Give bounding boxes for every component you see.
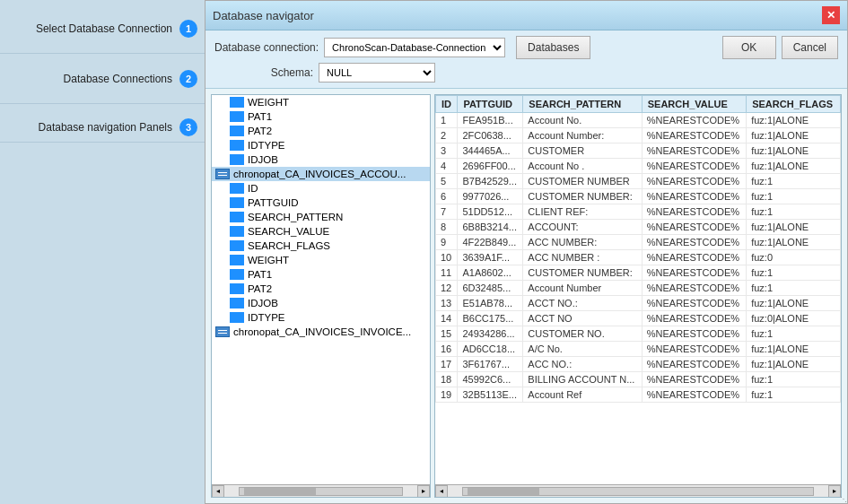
table-row[interactable]: 5B7B42529...CUSTOMER NUMBER%NEARESTCODE%…	[436, 174, 841, 189]
table-row[interactable]: 3344465A...CUSTOMER%NEARESTCODE%fuz:1|AL…	[436, 143, 841, 159]
annotation-panel: Select Database Connection 1 Database Co…	[0, 0, 205, 504]
tree-item[interactable]: SEARCH_VALUE	[212, 224, 430, 239]
table-row[interactable]: 126D32485...Account Number%NEARESTCODE%f…	[436, 281, 841, 296]
tree-item[interactable]: PAT1	[212, 109, 430, 124]
tree-item[interactable]: IDJOB	[212, 296, 430, 310]
table-row[interactable]: 14B6CC175...ACCT NO%NEARESTCODE%fuz:0|AL…	[436, 311, 841, 326]
table-cell: 12	[436, 281, 458, 296]
table-cell: fuz:1	[747, 204, 841, 220]
table-cell: 18	[436, 372, 458, 387]
data-table-scroll[interactable]: IDPATTGUIDSEARCH_PATTERNSEARCH_VALUESEAR…	[435, 95, 841, 484]
table-cell: 9977026...	[458, 189, 523, 204]
data-scroll-left[interactable]: ◂	[435, 485, 448, 498]
table-cell: 15	[436, 326, 458, 342]
table-cell: 51DD512...	[458, 204, 523, 220]
table-cell: %NEARESTCODE%	[642, 235, 746, 250]
table-cell: 4F22B849...	[458, 235, 523, 250]
table-row[interactable]: 173F61767...ACC NO.:%NEARESTCODE%fuz:1|A…	[436, 357, 841, 372]
table-cell: %NEARESTCODE%	[642, 342, 746, 357]
tree-item[interactable]: SEARCH_FLAGS	[212, 239, 430, 253]
schema-select[interactable]: NULL	[319, 63, 435, 83]
tree-item[interactable]: PATTGUID	[212, 196, 430, 210]
table-row[interactable]: 94F22B849...ACC NUMBER:%NEARESTCODE%fuz:…	[436, 235, 841, 250]
table-cell: %NEARESTCODE%	[642, 220, 746, 235]
databases-button[interactable]: Databases	[516, 36, 590, 59]
tree-item[interactable]: PAT1	[212, 267, 430, 282]
table-cell: 6	[436, 189, 458, 204]
table-cell: FEA951B...	[458, 113, 523, 128]
table-row[interactable]: 1524934286...CUSTOMER NO.%NEARESTCODE%fu…	[436, 326, 841, 342]
table-cell: 8	[436, 220, 458, 235]
folder-icon	[230, 283, 244, 294]
tree-item[interactable]: chronopat_CA_INVOICES_ACCOU...	[212, 167, 430, 181]
tree-item-label: WEIGHT	[248, 255, 289, 265]
tree-item[interactable]: IDTYPE	[212, 310, 430, 325]
cancel-button[interactable]: Cancel	[782, 36, 838, 59]
annotation-badge-3: 3	[179, 118, 197, 136]
tree-item[interactable]: PAT2	[212, 124, 430, 138]
table-cell: fuz:1|ALONE	[747, 159, 841, 174]
schema-label: Schema:	[214, 66, 313, 79]
table-row[interactable]: 1FEA951B...Account No.%NEARESTCODE%fuz:1…	[436, 113, 841, 128]
table-row[interactable]: 751DD512...CLIENT REF:%NEARESTCODE%fuz:1	[436, 204, 841, 220]
tree-item[interactable]: chronopat_CA_INVOICES_INVOICE...	[212, 325, 430, 339]
ok-button[interactable]: OK	[722, 36, 776, 59]
table-cell: CUSTOMER	[523, 143, 642, 159]
tree-scroll[interactable]: WEIGHTPAT1PAT2IDTYPEIDJOBchronopat_CA_IN…	[212, 95, 430, 484]
annotation-label-2: Database Connections	[7, 73, 179, 85]
tree-item[interactable]: PAT2	[212, 282, 430, 296]
table-cell: CUSTOMER NO.	[523, 326, 642, 342]
tree-item[interactable]: IDJOB	[212, 152, 430, 167]
tree-item[interactable]: ID	[212, 181, 430, 196]
table-cell: Account Number	[523, 281, 642, 296]
tree-item-label: SEARCH_PATTERN	[248, 212, 343, 222]
table-cell: fuz:1|ALONE	[747, 342, 841, 357]
table-cell: %NEARESTCODE%	[642, 265, 746, 281]
tree-scroll-left[interactable]: ◂	[212, 485, 224, 498]
table-icon	[215, 169, 230, 179]
table-row[interactable]: 42696FF00...Account No .%NEARESTCODE%fuz…	[436, 159, 841, 174]
table-cell: 9	[436, 235, 458, 250]
folder-icon	[230, 97, 244, 108]
table-cell: fuz:1	[747, 189, 841, 204]
table-cell: fuz:0	[747, 250, 841, 265]
tree-item-label: PAT2	[248, 126, 272, 136]
table-row[interactable]: 16AD6CC18...A/C No.%NEARESTCODE%fuz:1|AL…	[436, 342, 841, 357]
table-cell: E51AB78...	[458, 296, 523, 311]
table-cell: Account No.	[523, 113, 642, 128]
tree-scroll-right[interactable]: ▸	[417, 485, 430, 498]
table-cell: fuz:1	[747, 387, 841, 403]
table-icon	[215, 326, 230, 337]
table-cell: B7B42529...	[458, 174, 523, 189]
table-row[interactable]: 103639A1F...ACC NUMBER :%NEARESTCODE%fuz…	[436, 250, 841, 265]
table-row[interactable]: 13E51AB78...ACCT NO.:%NEARESTCODE%fuz:1|…	[436, 296, 841, 311]
db-connection-row: Database connection: ChronoScan-Database…	[214, 36, 838, 59]
tree-item[interactable]: WEIGHT	[212, 253, 430, 267]
table-row[interactable]: 1932B5113E...Account Ref%NEARESTCODE%fuz…	[436, 387, 841, 403]
table-cell: fuz:1|ALONE	[747, 357, 841, 372]
tree-scroll-track[interactable]	[239, 487, 403, 496]
folder-icon	[230, 255, 244, 265]
table-cell: %NEARESTCODE%	[642, 159, 746, 174]
table-cell: 2	[436, 128, 458, 143]
table-cell: BILLING ACCOUNT N...	[523, 372, 642, 387]
resize-handle[interactable]: ⋱	[838, 494, 847, 503]
folder-icon	[230, 240, 244, 251]
ok-cancel-group: OK Cancel	[722, 36, 838, 59]
table-row[interactable]: 69977026...CUSTOMER NUMBER:%NEARESTCODE%…	[436, 189, 841, 204]
close-button[interactable]: ✕	[822, 6, 840, 24]
main-dialog: Database navigator ✕ Database connection…	[205, 0, 848, 504]
tree-item[interactable]: IDTYPE	[212, 138, 430, 152]
column-header: SEARCH_PATTERN	[523, 96, 642, 113]
tree-item-label: WEIGHT	[248, 97, 289, 108]
table-cell: CUSTOMER NUMBER:	[523, 189, 642, 204]
table-row[interactable]: 22FC0638...Account Number:%NEARESTCODE%f…	[436, 128, 841, 143]
db-connection-select[interactable]: ChronoScan-Database-Connection	[324, 38, 505, 57]
table-row[interactable]: 1845992C6...BILLING ACCOUNT N...%NEAREST…	[436, 372, 841, 387]
table-row[interactable]: 11A1A8602...CUSTOMER NUMBER:%NEARESTCODE…	[436, 265, 841, 281]
tree-item[interactable]: WEIGHT	[212, 95, 430, 109]
tree-item[interactable]: SEARCH_PATTERN	[212, 210, 430, 224]
table-row[interactable]: 86B8B3214...ACCOUNT:%NEARESTCODE%fuz:1|A…	[436, 220, 841, 235]
data-scroll-track[interactable]	[462, 487, 814, 496]
table-cell: %NEARESTCODE%	[642, 189, 746, 204]
